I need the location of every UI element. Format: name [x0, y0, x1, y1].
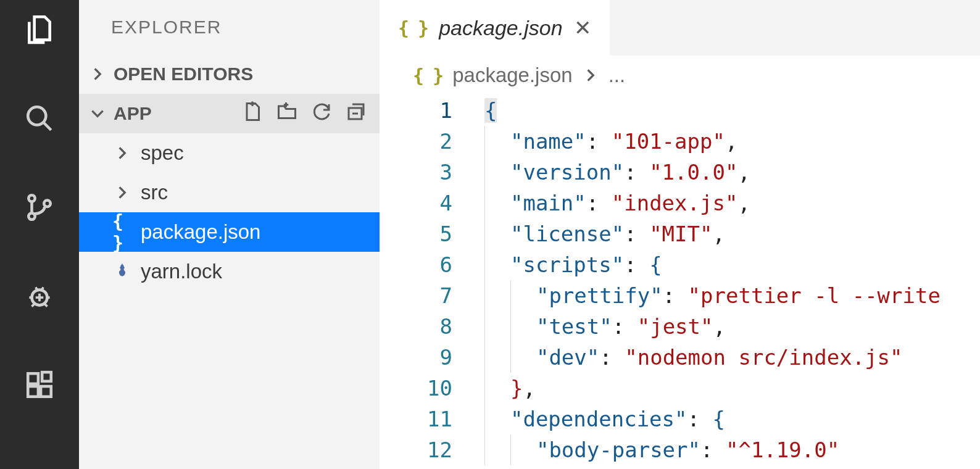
files-icon[interactable]: [22, 12, 57, 47]
svg-rect-8: [42, 372, 51, 381]
new-folder-icon[interactable]: [276, 101, 298, 127]
svg-rect-7: [41, 386, 51, 397]
json-icon: { }: [398, 17, 428, 39]
json-icon: { }: [112, 210, 132, 254]
svg-point-1: [28, 195, 35, 201]
tab-package-json[interactable]: { } package.json ✕: [380, 0, 610, 56]
editor-tabs: { } package.json ✕: [380, 0, 980, 56]
chevron-right-icon: [583, 67, 599, 83]
open-editors-section[interactable]: OPEN EDITORS: [79, 54, 380, 94]
editor-pane: { } package.json ✕ { } package.json ... …: [380, 0, 980, 469]
close-icon[interactable]: ✕: [574, 15, 591, 40]
file-package-json[interactable]: { } package.json: [79, 212, 380, 252]
svg-rect-6: [28, 386, 38, 397]
app-root: EXPLORER OPEN EDITORS APP spec src { }: [0, 0, 980, 469]
chevron-down-icon: [89, 106, 106, 122]
source-control-icon[interactable]: [22, 190, 57, 225]
code-area[interactable]: 123456789101112 { "name": "101-app", "ve…: [380, 95, 980, 469]
yarn-icon: [112, 262, 132, 281]
breadcrumb-file: package.json: [452, 64, 572, 87]
explorer-sidebar: EXPLORER OPEN EDITORS APP spec src { }: [79, 0, 380, 469]
activity-bar: [0, 0, 79, 469]
folder-src[interactable]: src: [79, 173, 380, 212]
breadcrumb-more: ...: [608, 64, 626, 87]
json-icon: { }: [413, 65, 442, 86]
collapse-all-icon[interactable]: [345, 101, 367, 127]
code-content[interactable]: { "name": "101-app", "version": "1.0.0",…: [484, 95, 980, 469]
open-editors-label: OPEN EDITORS: [114, 64, 253, 85]
folder-label: src: [141, 181, 168, 204]
app-section-actions: [241, 101, 380, 127]
extensions-icon[interactable]: [22, 368, 57, 402]
search-icon[interactable]: [22, 101, 57, 136]
refresh-icon[interactable]: [310, 101, 333, 127]
new-file-icon[interactable]: [241, 101, 264, 127]
chevron-right-icon: [112, 185, 132, 201]
breadcrumb[interactable]: { } package.json ...: [380, 56, 980, 95]
file-label: package.json: [141, 220, 260, 244]
tab-label: package.json: [439, 16, 562, 40]
folder-label: spec: [141, 141, 184, 165]
svg-point-3: [44, 201, 50, 207]
chevron-right-icon: [112, 145, 132, 161]
app-section[interactable]: APP: [79, 94, 380, 133]
svg-point-2: [28, 213, 35, 219]
svg-point-0: [28, 107, 46, 125]
file-label: yarn.lock: [141, 260, 222, 283]
chevron-right-icon: [89, 66, 106, 82]
app-section-label: APP: [114, 103, 234, 124]
svg-rect-5: [28, 373, 38, 384]
explorer-title: EXPLORER: [79, 0, 380, 54]
file-yarn-lock[interactable]: yarn.lock: [79, 252, 380, 291]
gutter: 123456789101112: [380, 95, 484, 469]
debug-icon[interactable]: [22, 279, 57, 313]
folder-spec[interactable]: spec: [79, 133, 380, 173]
